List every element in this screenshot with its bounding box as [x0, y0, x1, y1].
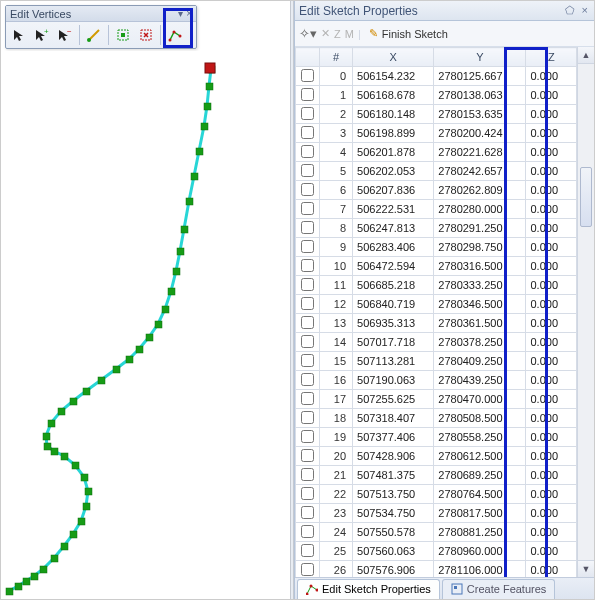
- cell-x[interactable]: 506247.813: [353, 219, 434, 238]
- cell-num[interactable]: 18: [320, 409, 353, 428]
- cell-y[interactable]: 2780200.424: [434, 124, 526, 143]
- table-row[interactable]: 25507560.0632780960.0000.000: [296, 542, 577, 561]
- cell-z[interactable]: 0.000: [526, 105, 577, 124]
- row-checkbox[interactable]: [296, 371, 320, 390]
- cell-x[interactable]: 507534.750: [353, 504, 434, 523]
- cell-num[interactable]: 9: [320, 238, 353, 257]
- cell-z[interactable]: 0.000: [526, 276, 577, 295]
- cell-num[interactable]: 15: [320, 352, 353, 371]
- cell-y[interactable]: 2780881.250: [434, 523, 526, 542]
- row-checkbox[interactable]: [296, 428, 320, 447]
- cell-num[interactable]: 25: [320, 542, 353, 561]
- cell-z[interactable]: 0.000: [526, 295, 577, 314]
- cell-x[interactable]: 507255.625: [353, 390, 434, 409]
- row-checkbox[interactable]: [296, 352, 320, 371]
- cell-num[interactable]: 20: [320, 447, 353, 466]
- cell-num[interactable]: 5: [320, 162, 353, 181]
- cell-z[interactable]: 0.000: [526, 200, 577, 219]
- cell-x[interactable]: 506283.406: [353, 238, 434, 257]
- cell-z[interactable]: 0.000: [526, 162, 577, 181]
- cell-y[interactable]: 2780138.063: [434, 86, 526, 105]
- cell-z[interactable]: 0.000: [526, 352, 577, 371]
- cell-x[interactable]: 506198.899: [353, 124, 434, 143]
- row-checkbox[interactable]: [296, 314, 320, 333]
- row-checkbox[interactable]: [296, 295, 320, 314]
- cell-y[interactable]: 2780612.500: [434, 447, 526, 466]
- cell-z[interactable]: 0.000: [526, 523, 577, 542]
- cell-num[interactable]: 1: [320, 86, 353, 105]
- cell-x[interactable]: 506154.232: [353, 67, 434, 86]
- dropdown-icon[interactable]: ▾ ×: [178, 8, 192, 19]
- table-row[interactable]: 20507428.9062780612.5000.000: [296, 447, 577, 466]
- table-row[interactable]: 5506202.0532780242.6570.000: [296, 162, 577, 181]
- select-tool-icon[interactable]: [8, 24, 30, 46]
- cell-y[interactable]: 2780346.500: [434, 295, 526, 314]
- scroll-down-icon[interactable]: ▼: [578, 560, 594, 577]
- table-row[interactable]: 21507481.3752780689.2500.000: [296, 466, 577, 485]
- cell-x[interactable]: 507481.375: [353, 466, 434, 485]
- cell-num[interactable]: 10: [320, 257, 353, 276]
- cell-x[interactable]: 507017.718: [353, 333, 434, 352]
- row-checkbox[interactable]: [296, 238, 320, 257]
- row-checkbox[interactable]: [296, 86, 320, 105]
- cell-num[interactable]: 8: [320, 219, 353, 238]
- table-row[interactable]: 18507318.4072780508.5000.000: [296, 409, 577, 428]
- cell-x[interactable]: 507560.063: [353, 542, 434, 561]
- row-checkbox[interactable]: [296, 523, 320, 542]
- cell-x[interactable]: 506472.594: [353, 257, 434, 276]
- cell-z[interactable]: 0.000: [526, 238, 577, 257]
- row-checkbox[interactable]: [296, 466, 320, 485]
- table-row[interactable]: 4506201.8782780221.6280.000: [296, 143, 577, 162]
- cell-y[interactable]: 2780689.250: [434, 466, 526, 485]
- tab-edit-sketch-properties[interactable]: Edit Sketch Properties: [297, 579, 440, 599]
- options-icon[interactable]: ✧▾: [299, 26, 317, 41]
- row-checkbox[interactable]: [296, 485, 320, 504]
- table-row[interactable]: 13506935.3132780361.5000.000: [296, 314, 577, 333]
- row-checkbox[interactable]: [296, 200, 320, 219]
- scroll-thumb[interactable]: [580, 167, 592, 227]
- table-row[interactable]: 1506168.6782780138.0630.000: [296, 86, 577, 105]
- cell-y[interactable]: 2780298.750: [434, 238, 526, 257]
- table-row[interactable]: 7506222.5312780280.0000.000: [296, 200, 577, 219]
- cell-y[interactable]: 2780361.500: [434, 314, 526, 333]
- scroll-up-icon[interactable]: ▲: [578, 47, 594, 64]
- cell-z[interactable]: 0.000: [526, 409, 577, 428]
- col-num[interactable]: #: [320, 48, 353, 67]
- cell-x[interactable]: 507318.407: [353, 409, 434, 428]
- table-row[interactable]: 15507113.2812780409.2500.000: [296, 352, 577, 371]
- cell-num[interactable]: 4: [320, 143, 353, 162]
- table-row[interactable]: 3506198.8992780200.4240.000: [296, 124, 577, 143]
- cell-z[interactable]: 0.000: [526, 466, 577, 485]
- cell-z[interactable]: 0.000: [526, 86, 577, 105]
- cell-x[interactable]: 507190.063: [353, 371, 434, 390]
- table-row[interactable]: 8506247.8132780291.2500.000: [296, 219, 577, 238]
- finish-sketch-button[interactable]: ✎ Finish Sketch: [365, 25, 452, 42]
- extent-red-icon[interactable]: [135, 24, 157, 46]
- toolbar-titlebar[interactable]: Edit Vertices ▾ ×: [6, 6, 196, 22]
- cell-x[interactable]: 506840.719: [353, 295, 434, 314]
- cell-x[interactable]: 507428.906: [353, 447, 434, 466]
- cell-num[interactable]: 22: [320, 485, 353, 504]
- cell-y[interactable]: 2780291.250: [434, 219, 526, 238]
- vertical-scrollbar[interactable]: ▲ ▼: [577, 47, 594, 577]
- cell-x[interactable]: 507550.578: [353, 523, 434, 542]
- row-checkbox[interactable]: [296, 257, 320, 276]
- cell-z[interactable]: 0.000: [526, 181, 577, 200]
- cell-y[interactable]: 2780280.000: [434, 200, 526, 219]
- delete-vertex-icon[interactable]: −: [54, 24, 76, 46]
- cell-x[interactable]: 506207.836: [353, 181, 434, 200]
- table-row[interactable]: 17507255.6252780470.0000.000: [296, 390, 577, 409]
- cell-num[interactable]: 13: [320, 314, 353, 333]
- cell-z[interactable]: 0.000: [526, 314, 577, 333]
- cell-x[interactable]: 507513.750: [353, 485, 434, 504]
- cell-y[interactable]: 2780409.250: [434, 352, 526, 371]
- cell-num[interactable]: 24: [320, 523, 353, 542]
- table-row[interactable]: 23507534.7502780817.5000.000: [296, 504, 577, 523]
- table-row[interactable]: 6506207.8362780262.8090.000: [296, 181, 577, 200]
- cell-x[interactable]: 507576.906: [353, 561, 434, 578]
- cell-num[interactable]: 17: [320, 390, 353, 409]
- cell-num[interactable]: 19: [320, 428, 353, 447]
- cell-x[interactable]: 506935.313: [353, 314, 434, 333]
- table-row[interactable]: 12506840.7192780346.5000.000: [296, 295, 577, 314]
- cell-y[interactable]: 2780262.809: [434, 181, 526, 200]
